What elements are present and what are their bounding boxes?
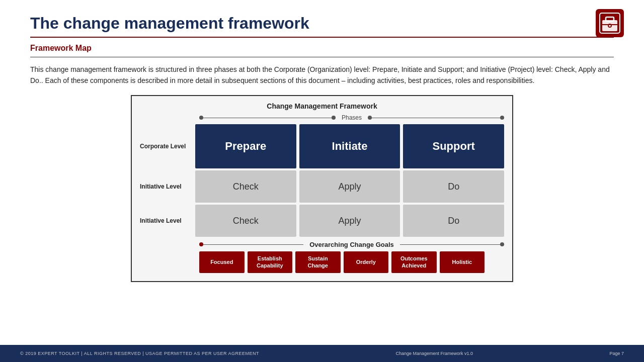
diagram-wrapper: Change Management Framework Phases Corpo… [30,95,614,282]
diagram-container: Change Management Framework Phases Corpo… [131,95,513,282]
main-content: The change management framework Framewor… [0,0,644,282]
page-title: The change management framework [30,14,614,33]
overarching-label: Overarching Change Goals [303,241,400,248]
goals-buttons-wrapper: Focused Establish Capability Sustain Cha… [140,251,504,273]
goal-establish: Establish Capability [248,251,293,273]
support-cell: Support [403,124,504,168]
phases-label: Phases [336,114,368,121]
initiative-level-row-1: Initiative Level Check Apply Do [140,170,504,203]
apply1-cell: Apply [299,170,400,203]
goals-line-left [199,244,303,245]
goals-buttons: Focused Establish Capability Sustain Cha… [199,251,485,273]
initiative-cells-2: Check Apply Do [195,205,504,237]
initiative-cells-1: Check Apply Do [195,170,504,203]
goals-row: Overarching Change Goals [140,241,504,248]
goal-sustain: Sustain Change [295,251,341,273]
footer-center: Change Management Framework v1.0 [396,351,473,356]
goal-outcomes: Outcomes Achieved [391,251,437,273]
goal-holistic: Holistic [440,251,485,273]
title-divider [30,37,614,38]
section-divider [30,57,614,57]
goals-line-right [400,244,504,245]
do2-cell: Do [403,205,504,237]
description: This change management framework is stru… [30,64,614,86]
prepare-cell: Prepare [195,124,296,168]
corporate-cells: Prepare Initiate Support [195,124,504,168]
corporate-level-label: Corporate Level [140,124,195,168]
phases-row: Phases [140,114,504,121]
goals-section: Overarching Change Goals Focused Establi… [140,241,504,273]
goal-focused: Focused [199,251,245,273]
diagram-title: Change Management Framework [140,102,504,110]
check2-cell: Check [195,205,296,237]
initiative-level-row-2: Initiative Level Check Apply Do [140,205,504,237]
phases-line-left [199,118,336,118]
goal-orderly: Orderly [344,251,389,273]
logo [596,9,624,37]
initiative-level-label-2: Initiative Level [140,205,195,237]
apply2-cell: Apply [299,205,400,237]
initiate-cell: Initiate [299,124,400,168]
phases-line-right [368,118,504,118]
footer-left: © 2019 EXPERT TOOLKIT | ALL RIGHTS RESER… [20,351,259,356]
footer-right: Page 7 [609,351,624,356]
corporate-level-row: Corporate Level Prepare Initiate Support [140,124,504,168]
section-title: Framework Map [30,44,614,53]
do1-cell: Do [403,170,504,203]
initiative-level-label-1: Initiative Level [140,170,195,203]
footer: © 2019 EXPERT TOOLKIT | ALL RIGHTS RESER… [0,345,644,362]
check1-cell: Check [195,170,296,203]
